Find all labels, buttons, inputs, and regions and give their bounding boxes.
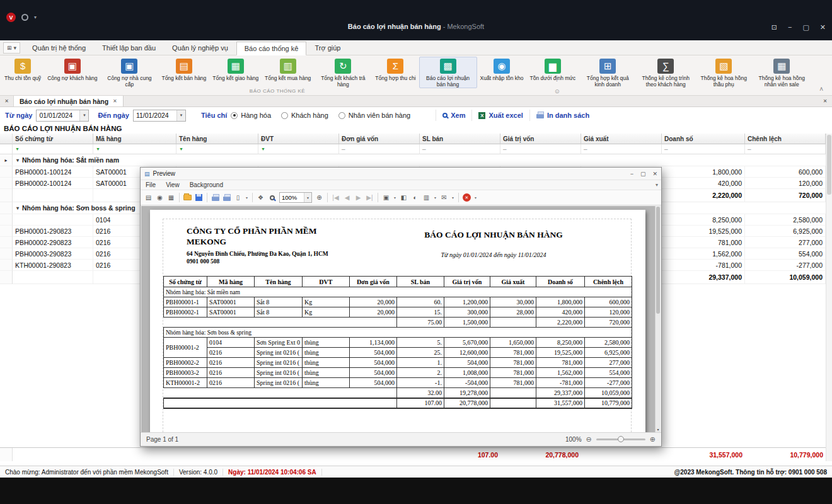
col-gia-xuat[interactable]: Giá xuất [581,134,662,144]
doc-tab-close-icon[interactable]: ✕ [113,98,117,104]
col-don-gia-von[interactable]: Đơn giá vốn [339,134,420,144]
doc-tab-bao-cao-loi-nhuan[interactable]: Báo cáo lợi nhuận bán hàng ✕ [14,96,124,106]
preview-close-icon[interactable]: ✕ [652,171,657,177]
zoom-select[interactable]: 100% ▼ [279,192,312,203]
print-icon[interactable] [210,192,221,203]
quick-access-icon[interactable] [21,14,28,21]
ribbon-tong-ket-mua-hang[interactable]: ▥Tổng kết mua hàng [262,57,314,88]
watermark-icon[interactable]: ◐ [410,192,420,203]
pages-dropdown-icon[interactable]: ▾ [392,192,398,203]
filter-funnel-icon[interactable]: ▼ [96,147,100,151]
find-icon[interactable]: ◉ [154,192,165,203]
preview-menu-overflow-icon[interactable]: ▾ [656,182,661,188]
export-excel-button[interactable]: X Xuất excel [471,110,529,121]
print-list-button[interactable]: In danh sách [529,110,596,121]
ribbon-tong-ket-giao-hang[interactable]: ▦Tổng kết giao hàng [209,57,262,88]
ribbon-thong-ke-cong-trinh[interactable]: ∑Thống kê công trình theo khách hàng [637,57,695,88]
open-icon[interactable] [182,192,193,203]
preview-titlebar[interactable]: ▤ Preview − ▢ ✕ [141,168,661,180]
ribbon-tong-hop-thu-chi[interactable]: ΣTổng hợp thu chi [372,57,419,88]
ribbon-thong-ke-hoa-hong-thau-phu[interactable]: ▧Thống kê hoa hồng thầu phụ [695,57,753,88]
scrollbar-thumb[interactable] [827,135,831,195]
zoom-dropdown-icon[interactable]: ▼ [304,193,311,202]
first-page-icon[interactable]: |◀ [330,192,341,203]
ribbon-thong-ke-hoa-hong-sale[interactable]: ▦Thống kê hoa hồng nhân viên sale [753,57,811,88]
close-icon[interactable]: ✕ [820,23,826,32]
ribbon-bao-cao-loi-nhuan-ban-hang[interactable]: ▩Báo cáo lợi nhuận bán hàng [419,57,477,88]
ribbon-cong-no-khach-hang[interactable]: ▣Công nợ khách hàng [44,57,100,88]
hand-tool-icon[interactable]: ❖ [255,192,266,203]
exit-preview-icon[interactable]: ✕ [461,192,472,203]
preview-menu-file[interactable]: File [146,181,156,188]
export-document-icon[interactable]: ▥ [421,192,432,203]
email-dropdown-icon[interactable]: ▾ [450,192,456,203]
filter-dash-icon[interactable]: – [584,146,587,152]
restore-down-icon[interactable]: ⊡ [771,23,777,32]
menu-launcher-button[interactable]: ⊞ ▾ [3,42,20,54]
minimize-icon[interactable]: − [788,23,792,32]
radio-khach-hang[interactable]: Khách hàng [281,112,328,119]
radio-nhan-vien-ban-hang[interactable]: Nhân viên bán hàng [338,112,410,119]
filter-dash-icon[interactable]: – [748,146,751,152]
preview-maximize-icon[interactable]: ▢ [640,171,646,177]
next-page-icon[interactable]: ▶ [353,192,364,203]
page-layout-icon[interactable]: ▤ [143,192,154,203]
to-date-dropdown-icon[interactable]: ▼ [176,110,185,121]
tab-quan-tri-he-thong[interactable]: Quản trị hệ thống [24,41,94,55]
ribbon-ton-duoi-dinh-muc[interactable]: ▆Tồn dưới định mức [527,57,579,88]
page-color-icon[interactable]: ◧ [398,192,409,203]
preview-menu-background[interactable]: Background [190,181,223,188]
col-so-chung-tu[interactable]: Số chứng từ [13,134,93,144]
email-icon[interactable]: ✉ [439,192,449,203]
filter-funnel-icon[interactable]: ▼ [179,147,183,151]
quick-print-icon[interactable] [221,192,232,203]
tab-quan-ly-nghiep-vu[interactable]: Quản lý nghiệp vụ [164,41,236,55]
ribbon-group-launcher-icon[interactable]: ⊙ [555,88,560,94]
zoom-slider[interactable] [596,438,645,440]
view-button[interactable]: Xem [436,110,471,121]
quick-access-dropdown-icon[interactable]: ▾ [34,14,37,20]
zoom-slider-handle[interactable] [618,436,624,442]
tabstrip-close-icon[interactable]: ✕ [0,96,14,106]
radio-hang-hoa[interactable]: Hàng hóa [231,112,271,119]
from-date-input[interactable]: 01/01/2024 ▼ [36,110,89,122]
tab-bao-cao-thong-ke[interactable]: Báo cáo thống kê [236,42,307,55]
filter-funnel-icon[interactable]: ▼ [15,147,20,151]
col-chenh-lech[interactable]: Chênh lệch [745,134,826,144]
col-doanh-so[interactable]: Doanh số [662,134,745,144]
to-date-input[interactable]: 11/01/2024 ▼ [133,110,186,122]
thumbnails-icon[interactable]: ▦ [166,192,176,203]
tab-tro-giup[interactable]: Trợ giúp [306,41,349,55]
export-dropdown-icon[interactable]: ▾ [432,192,438,203]
magnifier-icon[interactable] [267,192,277,203]
group-row-sat-mien-nam[interactable]: ▸ ▾Nhóm hàng hóa: Sắt miền nam [0,154,826,166]
ribbon-cong-no-nha-cung-cap[interactable]: ▣Công nợ nhà cung cấp [100,57,158,88]
ribbon-collapse-icon[interactable]: ˄ [819,86,823,93]
zoom-in-icon[interactable]: ⊕ [314,192,325,203]
filter-dash-icon[interactable]: – [664,146,668,152]
group-collapse-icon[interactable]: ▾ [16,158,19,163]
grid-vertical-scrollbar[interactable] [826,134,832,461]
tab-thiet-lap-ban-dau[interactable]: Thiết lập ban đầu [94,41,164,55]
filter-dash-icon[interactable]: – [422,146,426,152]
group-collapse-icon[interactable]: ▾ [16,205,19,211]
filter-dash-icon[interactable]: – [503,146,507,152]
preview-vertical-scrollbar[interactable]: ▾ [655,206,661,432]
save-icon[interactable] [194,192,204,203]
filter-funnel-icon[interactable]: ▼ [261,147,265,151]
col-dvt[interactable]: ĐVT [258,134,339,144]
tabstrip-right-close-icon[interactable]: ✕ [818,96,832,106]
preview-minimize-icon[interactable]: − [630,171,633,177]
ribbon-tong-hop-ket-qua-kinh-doanh[interactable]: ⊞Tổng hợp kết quả kinh doanh [579,57,637,88]
ribbon-tong-ket-khach-tra-hang[interactable]: ↻Tổng kết khách trả hàng [314,57,372,88]
scroll-down-icon[interactable]: ▾ [656,427,661,432]
col-ten-hang[interactable]: Tên hàng [176,134,258,144]
preview-menu-view[interactable]: View [166,181,180,188]
zoom-in-icon[interactable]: ⊕ [650,435,656,444]
multiple-pages-icon[interactable]: ▣ [381,192,391,203]
page-setup-icon[interactable]: ▯ [233,192,243,203]
ribbon-tong-ket-ban-hang[interactable]: ▤Tổng kết bán hàng [158,57,209,88]
col-ma-hang[interactable]: Mã hàng [93,134,176,144]
zoom-out-icon[interactable]: ⊖ [586,435,592,444]
prev-page-icon[interactable]: ◀ [342,192,352,203]
